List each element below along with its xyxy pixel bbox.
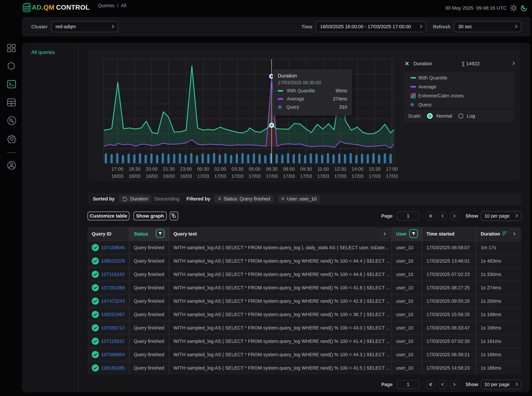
svg-text:08:00: 08:00 [283, 166, 295, 172]
svg-text:17/03: 17/03 [317, 174, 329, 179]
svg-text:00:30: 00:30 [197, 166, 209, 172]
svg-text:17/03: 17/03 [386, 174, 398, 179]
svg-text:17:00: 17:00 [111, 166, 123, 172]
svg-text:14:00: 14:00 [351, 166, 363, 172]
svg-text:16/03: 16/03 [111, 174, 123, 179]
svg-text:17/03: 17/03 [249, 174, 261, 179]
svg-text:21:30: 21:30 [163, 166, 175, 172]
svg-text:16/03: 16/03 [129, 174, 141, 179]
svg-text:17:00: 17:00 [386, 166, 398, 172]
svg-text:17/03: 17/03 [334, 174, 346, 179]
svg-text:23:00: 23:00 [180, 166, 192, 172]
svg-text:17/03: 17/03 [214, 174, 226, 179]
svg-text:15:30: 15:30 [369, 166, 381, 172]
svg-text:11:00: 11:00 [317, 166, 329, 172]
svg-text:05:00: 05:00 [249, 166, 261, 172]
svg-text:16/03: 16/03 [163, 174, 175, 179]
svg-text:02:00: 02:00 [214, 166, 226, 172]
svg-text:09:30: 09:30 [300, 166, 312, 172]
svg-text:06:30: 06:30 [266, 166, 278, 172]
svg-text:17/03: 17/03 [300, 174, 312, 179]
svg-text:17/03: 17/03 [197, 174, 209, 179]
svg-text:12:30: 12:30 [334, 166, 346, 172]
svg-text:17/03: 17/03 [283, 174, 295, 179]
svg-text:03:30: 03:30 [232, 166, 243, 172]
svg-text:18:30: 18:30 [129, 166, 141, 172]
svg-text:17/03: 17/03 [232, 174, 243, 179]
svg-text:16/03: 16/03 [146, 174, 158, 179]
svg-text:17/03: 17/03 [369, 174, 381, 179]
svg-text:17/03: 17/03 [351, 174, 363, 179]
svg-text:16/03: 16/03 [180, 174, 192, 179]
svg-text:20:00: 20:00 [146, 166, 158, 172]
svg-text:17/03: 17/03 [266, 174, 278, 179]
